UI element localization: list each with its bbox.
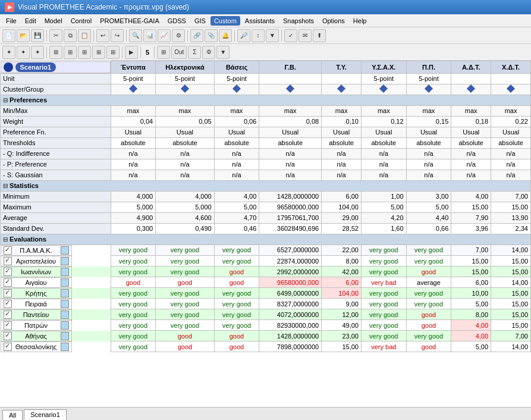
eval-checkbox-9[interactable]	[4, 343, 12, 351]
btn-save[interactable]: 💾	[31, 29, 44, 42]
btn-open[interactable]: 📂	[17, 29, 30, 42]
eval-6-8: 15,00	[491, 309, 531, 320]
menu-options[interactable]: Options	[319, 16, 348, 26]
eval-checkbox-1[interactable]	[4, 257, 12, 265]
eval-color-7[interactable]	[61, 321, 69, 330]
table-container[interactable]: Scenario1 Έντυπα Ηλεκτρονικά Βάσεις Γ.Β.…	[0, 61, 531, 407]
minmax-7: max	[451, 105, 491, 116]
btn-bell[interactable]: 🔔	[219, 29, 232, 42]
eval-checkbox-2[interactable]	[4, 268, 12, 276]
preffn-3: Usual	[259, 127, 322, 137]
diamond-3	[286, 84, 294, 93]
pref-1: n/a	[156, 159, 214, 170]
preferences-expander[interactable]: ⊟	[3, 97, 8, 104]
eval-color-4[interactable]	[61, 289, 69, 297]
unit-7	[451, 73, 491, 84]
eval-1-5: very good	[361, 256, 406, 267]
btn-grid5[interactable]: ⊞	[106, 46, 120, 59]
eval-7-6: good	[406, 320, 451, 331]
btn-grid2[interactable]: ⊞	[64, 46, 77, 59]
btn-star1[interactable]: ✦	[2, 46, 15, 59]
btn-star3[interactable]: ✦	[31, 46, 44, 59]
btn-copy[interactable]: ⧉	[64, 29, 77, 42]
menu-file[interactable]: File	[2, 16, 20, 26]
btn-phi[interactable]: Φ	[202, 46, 215, 59]
maximum-row: Maximum 5,000 5,000 5,00 96580000,000 10…	[1, 202, 531, 212]
eval-checkbox-3[interactable]	[4, 278, 12, 287]
menu-help[interactable]: Help	[350, 16, 370, 26]
tab-scenario1[interactable]: Scenario1	[24, 409, 67, 420]
btn-link[interactable]: 🔗	[190, 29, 203, 42]
btn-check[interactable]: ✓	[284, 29, 297, 42]
menu-custom[interactable]: Custom	[210, 16, 240, 26]
toolbar-1: 📄 📂 💾 ✂ ⧉ 📋 ↩ ↪ 🔍 📊 📈 ⚙ 🔗 📎 🔔 🔎 ↕ ▼ ✓ ✉ …	[0, 27, 531, 44]
btn-email[interactable]: ✉	[299, 29, 312, 42]
evaluations-expander[interactable]: ⊟	[3, 236, 8, 243]
btn-graph[interactable]: 📈	[158, 29, 171, 42]
btn-undo[interactable]: ↩	[96, 29, 109, 42]
eval-color-6[interactable]	[61, 311, 69, 319]
eval-checkbox-6[interactable]	[4, 311, 12, 319]
eval-9-8: 14,00	[491, 341, 531, 352]
eval-checkbox-4[interactable]	[4, 289, 12, 297]
eval-color-5[interactable]	[61, 300, 69, 308]
statistics-expander[interactable]: ⊟	[3, 183, 8, 189]
menu-promethee-gaia[interactable]: PROMETHEE-GAIA	[96, 16, 163, 26]
eval-8-1: good	[156, 331, 214, 341]
menu-assistants[interactable]: Assistants	[241, 16, 278, 26]
eval-color-2[interactable]	[61, 268, 69, 276]
evaluations-section: ⊟ Evaluations	[1, 234, 531, 245]
max-1: 5,000	[156, 202, 214, 212]
max-8: 15,00	[491, 202, 531, 212]
btn-filter[interactable]: ▼	[266, 29, 279, 42]
eval-checkbox-7[interactable]	[4, 321, 12, 330]
btn-grid3[interactable]: ⊞	[78, 46, 91, 59]
btn-paste[interactable]: 📋	[78, 29, 91, 42]
eval-checkbox-8[interactable]	[4, 332, 12, 340]
scenario-button[interactable]: Scenario1	[15, 62, 56, 72]
btn-grid4[interactable]: ⊞	[92, 46, 105, 59]
btn-star2[interactable]: ✦	[17, 46, 30, 59]
toolbar-2: ✦ ✦ ✦ ⊞ ⊞ ⊞ ⊞ ⊞ ▶ 5 ⊞ Out Σ Φ ▼	[0, 44, 531, 61]
eval-color-1[interactable]	[61, 257, 69, 265]
btn-cut[interactable]: ✂	[49, 29, 62, 42]
eval-color-3[interactable]	[61, 278, 69, 287]
weight-8: 0,22	[491, 116, 531, 127]
eval-color-8[interactable]	[61, 332, 69, 340]
menu-model[interactable]: Model	[41, 16, 66, 26]
eval-9-3: 7898,0000000	[259, 341, 322, 352]
btn-sigma[interactable]: Σ	[188, 46, 201, 59]
unit-5: 5-point	[361, 73, 406, 84]
btn-search[interactable]: 🔍	[129, 29, 142, 42]
btn-export[interactable]: ⬆	[313, 29, 326, 42]
btn-new[interactable]: 📄	[2, 29, 15, 42]
menu-snapshots[interactable]: Snapshots	[279, 16, 318, 26]
eval-color-9[interactable]	[61, 343, 69, 351]
eval-color-0[interactable]	[61, 246, 69, 255]
btn-play[interactable]: ▶	[125, 46, 138, 59]
btn-settings[interactable]: ⚙	[172, 29, 185, 42]
btn-sort[interactable]: ↕	[252, 29, 265, 42]
btn-zoom[interactable]: 🔎	[237, 29, 250, 42]
menu-edit[interactable]: Edit	[21, 16, 40, 26]
btn-filter2[interactable]: ▼	[216, 46, 230, 59]
eval-checkbox-0[interactable]	[4, 246, 12, 255]
gauss-1: n/a	[156, 170, 214, 180]
eval-name-4: Κρήτης	[1, 288, 72, 299]
btn-redo[interactable]: ↪	[111, 29, 124, 42]
eval-4-6: very good	[406, 288, 451, 299]
btn-attach[interactable]: 📎	[205, 29, 218, 42]
preferences-header: ⊟ Preferences	[1, 95, 531, 105]
minmax-row: Min/Max max max max max max max max max …	[1, 105, 531, 116]
btn-out[interactable]: Out	[171, 46, 187, 59]
menu-control[interactable]: Control	[67, 16, 95, 26]
btn-grid6[interactable]: ⊞	[157, 46, 170, 59]
eval-checkbox-5[interactable]	[4, 300, 12, 308]
btn-chart[interactable]: 📊	[143, 29, 156, 42]
menu-gdss[interactable]: GDSS	[164, 16, 190, 26]
std-1: 0,490	[156, 223, 214, 234]
tab-all[interactable]: All	[2, 410, 23, 420]
eval-8-0: very good	[111, 331, 156, 341]
menu-gis[interactable]: GIS	[191, 16, 209, 26]
btn-grid1[interactable]: ⊞	[49, 46, 62, 59]
